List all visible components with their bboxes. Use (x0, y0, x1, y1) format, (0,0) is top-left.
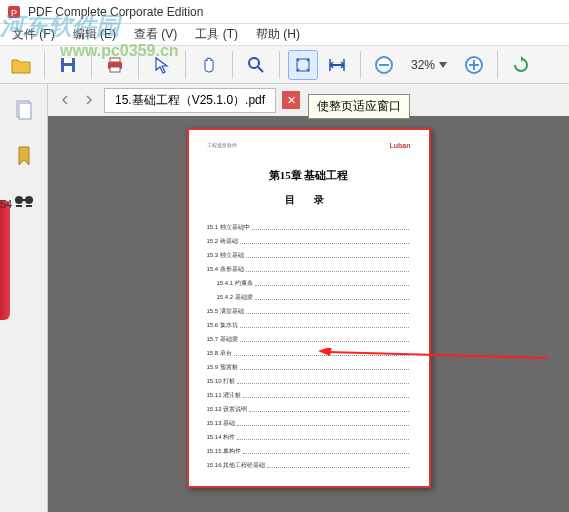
toc-item: 15.4.2 基础梁 (207, 293, 411, 302)
separator (497, 51, 498, 79)
fit-width-button[interactable] (322, 50, 352, 80)
print-button[interactable] (100, 50, 130, 80)
hand-tool-button[interactable] (194, 50, 224, 80)
zoom-in-button[interactable] (459, 50, 489, 80)
toc-item: 15.13 基础 (207, 419, 411, 428)
open-button[interactable] (6, 50, 36, 80)
zoom-text: 32% (411, 58, 435, 72)
tab-close-button[interactable]: ✕ (282, 91, 300, 109)
svg-point-23 (15, 196, 23, 204)
svg-text:P: P (11, 8, 17, 18)
separator (360, 51, 361, 79)
svg-point-24 (25, 196, 33, 204)
separator (138, 51, 139, 79)
separator (91, 51, 92, 79)
sidebar-search-button[interactable] (10, 188, 38, 216)
toc-item: 15.16 其他工程砼基础 (207, 461, 411, 470)
toc-item: 15.14 构件 (207, 433, 411, 442)
page-header-left: 工程造价软件 (207, 142, 237, 148)
svg-point-8 (249, 58, 259, 68)
toc-item: 15.11 灌注桩 (207, 391, 411, 400)
tab-prev-button[interactable] (56, 91, 74, 109)
sidebar-pages-button[interactable] (10, 96, 38, 124)
main-area: 15.基础工程（V25.1.0）.pdf ✕ 工程造价软件 Luban 第15章… (48, 84, 569, 512)
svg-rect-25 (22, 199, 26, 201)
zoom-value[interactable]: 32% (403, 58, 455, 72)
app-icon: P (6, 4, 22, 20)
menubar: 文件 (F) 编辑 (E) 查看 (V) 工具 (T) 帮助 (H) (0, 24, 569, 46)
toc-item: 15.4 条形基础 (207, 265, 411, 274)
left-number: 54 (0, 198, 12, 210)
menu-file[interactable]: 文件 (F) (4, 24, 63, 45)
titlebar: P PDF Complete Corporate Edition (0, 0, 569, 24)
page-title: 第15章 基础工程 (207, 168, 411, 183)
page-subtitle: 目 录 (207, 193, 411, 207)
separator (232, 51, 233, 79)
menu-tools[interactable]: 工具 (T) (187, 24, 246, 45)
svg-rect-7 (110, 67, 120, 72)
tab-next-button[interactable] (80, 91, 98, 109)
menu-help[interactable]: 帮助 (H) (248, 24, 308, 45)
toc-item: 15.7 基础梁 (207, 335, 411, 344)
tooltip: 使整页适应窗口 (308, 94, 410, 119)
tab-filename: 15.基础工程（V25.1.0）.pdf (115, 92, 265, 109)
content-area: 15.基础工程（V25.1.0）.pdf ✕ 工程造价软件 Luban 第15章… (0, 84, 569, 512)
toc-item: 15.4.1 约束条 (207, 279, 411, 288)
fit-page-button[interactable] (288, 50, 318, 80)
separator (44, 51, 45, 79)
page-header-right: Luban (390, 142, 411, 149)
save-button[interactable] (53, 50, 83, 80)
select-tool-button[interactable] (147, 50, 177, 80)
rotate-button[interactable] (506, 50, 536, 80)
separator (279, 51, 280, 79)
titlebar-text: PDF Complete Corporate Edition (28, 5, 203, 19)
svg-rect-5 (110, 58, 120, 62)
pdf-page: 工程造价软件 Luban 第15章 基础工程 目 录 15.1 独立基础中15.… (187, 128, 431, 488)
svg-rect-16 (379, 64, 389, 66)
separator (185, 51, 186, 79)
menu-edit[interactable]: 编辑 (E) (65, 24, 124, 45)
page-viewport[interactable]: 工程造价软件 Luban 第15章 基础工程 目 录 15.1 独立基础中15.… (48, 116, 569, 512)
zoom-out-button[interactable] (369, 50, 399, 80)
toc-item: 15.8 承台 (207, 349, 411, 358)
document-tab[interactable]: 15.基础工程（V25.1.0）.pdf (104, 88, 276, 113)
toc-item: 15.12 设置说明 (207, 405, 411, 414)
toc-item: 15.3 独立基础 (207, 251, 411, 260)
toc-item: 15.2 砖基础 (207, 237, 411, 246)
svg-line-9 (258, 67, 263, 72)
svg-rect-27 (26, 205, 32, 207)
sidebar-bookmarks-button[interactable] (10, 142, 38, 170)
svg-rect-3 (64, 58, 72, 63)
chevron-down-icon (439, 62, 447, 68)
svg-rect-22 (19, 103, 31, 119)
svg-rect-26 (16, 205, 22, 207)
toc-item: 15.10 打桩 (207, 377, 411, 386)
svg-rect-4 (64, 66, 72, 72)
toc-item: 15.5 满堂基础 (207, 307, 411, 316)
zoom-tool-button[interactable] (241, 50, 271, 80)
toc-item: 15.15 单构件 (207, 447, 411, 456)
menu-view[interactable]: 查看 (V) (126, 24, 185, 45)
toc-item: 15.1 独立基础中 (207, 223, 411, 232)
toc-item: 15.6 集水坑 (207, 321, 411, 330)
left-edge-decoration (0, 200, 10, 320)
toolbar: 32% (0, 46, 569, 84)
toc-item: 15.9 预置桩 (207, 363, 411, 372)
svg-rect-20 (473, 60, 475, 70)
toc-list: 15.1 独立基础中15.2 砖基础15.3 独立基础15.4 条形基础15.4… (207, 223, 411, 470)
